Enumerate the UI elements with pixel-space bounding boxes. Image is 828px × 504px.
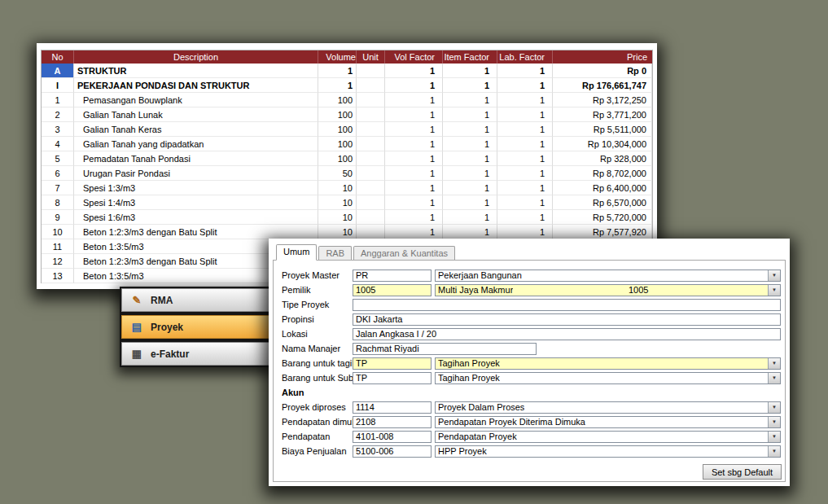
column-header-unit[interactable]: Unit (357, 50, 385, 64)
cell-lab_factor[interactable]: 1 (497, 166, 553, 181)
table-row[interactable]: 9Spesi 1:6/m310111Rp 5,720,000 (42, 210, 652, 225)
biaya-penjualan-code-field[interactable]: 5100-006 (353, 445, 432, 458)
cell-volume[interactable]: 10 (318, 225, 357, 239)
proyek-master-combo[interactable]: Pekerjaan Bangunan▼ (435, 270, 781, 282)
cell-no[interactable]: 3 (42, 122, 74, 137)
cell-vol_factor[interactable]: 1 (385, 151, 443, 166)
cell-item_factor[interactable]: 1 (443, 122, 497, 137)
cell-vol_factor[interactable]: 1 (385, 195, 443, 210)
column-header-vol_factor[interactable]: Vol Factor (385, 50, 443, 64)
cell-lab_factor[interactable]: 1 (497, 225, 553, 239)
cell-item_factor[interactable]: 1 (443, 151, 497, 166)
cell-price[interactable]: Rp 6,570,000 (553, 195, 652, 210)
cell-price[interactable]: Rp 176,661,747 (553, 78, 652, 93)
cell-no[interactable]: A (42, 64, 74, 78)
cell-lab_factor[interactable]: 1 (497, 195, 553, 210)
cell-no[interactable]: 7 (42, 181, 74, 195)
cell-unit[interactable] (357, 64, 385, 78)
cell-no[interactable]: 13 (42, 269, 74, 283)
cell-item_factor[interactable]: 1 (443, 78, 497, 93)
cell-description[interactable]: Urugan Pasir Pondasi (74, 166, 318, 181)
cell-item_factor[interactable]: 1 (443, 107, 497, 122)
cell-no[interactable]: 8 (42, 195, 74, 210)
proyek-diproses-combo[interactable]: Proyek Dalam Proses▼ (435, 401, 781, 414)
cell-price[interactable]: Rp 3,172,250 (553, 93, 652, 107)
cell-unit[interactable] (357, 137, 385, 151)
cell-volume[interactable]: 100 (318, 137, 357, 151)
cell-vol_factor[interactable]: 1 (385, 122, 443, 137)
pemilik-combo[interactable]: Multi Jaya Makmur1005▼ (435, 284, 781, 296)
chevron-down-icon[interactable]: ▼ (768, 270, 780, 281)
cell-item_factor[interactable]: 1 (443, 166, 497, 181)
cell-item_factor[interactable]: 1 (443, 210, 497, 225)
cell-description[interactable]: Beton 1:2:3/m3 dengan Batu Split (74, 225, 318, 239)
cell-description[interactable]: Galian Tanah Lunak (74, 107, 318, 122)
cell-no[interactable]: 1 (42, 93, 74, 107)
chevron-down-icon[interactable]: ▼ (768, 285, 780, 296)
tab-rab[interactable]: RAB (318, 246, 352, 260)
column-header-lab_factor[interactable]: Lab. Factor (497, 50, 553, 64)
cell-volume[interactable]: 10 (318, 195, 357, 210)
chevron-down-icon[interactable]: ▼ (768, 417, 780, 427)
proyek-diproses-code-field[interactable]: 1114 (353, 401, 432, 414)
cell-unit[interactable] (357, 122, 385, 137)
cell-description[interactable]: Spesi 1:4/m3 (74, 195, 318, 210)
column-header-price[interactable]: Price (553, 50, 652, 64)
lokasi-field[interactable]: Jalan Angkasa I / 20 (353, 328, 781, 340)
cell-unit[interactable] (357, 195, 385, 210)
cell-volume[interactable]: 50 (318, 166, 357, 181)
biaya-penjualan-combo[interactable]: HPP Proyek▼ (435, 445, 781, 458)
cell-vol_factor[interactable]: 1 (385, 137, 443, 151)
cell-no[interactable]: 4 (42, 137, 74, 151)
cell-price[interactable]: Rp 5,511,000 (553, 122, 652, 137)
column-header-no[interactable]: No (42, 50, 74, 64)
cell-description[interactable]: Pemasangan Bouwplank (74, 93, 318, 107)
table-row[interactable]: 6Urugan Pasir Pondasi50111Rp 8,702,000 (42, 166, 652, 181)
cell-no[interactable]: 12 (42, 254, 74, 269)
barang-untuk-subkon-code-field[interactable]: TP (353, 372, 432, 384)
tipe-proyek-field[interactable] (353, 299, 781, 311)
sidebar-item-e-faktur[interactable]: ▦e-Faktur (121, 342, 271, 366)
pendapatan-dimuka-code-field[interactable]: 2108 (353, 416, 432, 428)
cell-lab_factor[interactable]: 1 (497, 151, 553, 166)
cell-description[interactable]: Spesi 1:3/m3 (74, 181, 318, 195)
cell-unit[interactable] (357, 166, 385, 181)
table-row[interactable]: 2Galian Tanah Lunak100111Rp 3,771,200 (42, 107, 652, 122)
cell-unit[interactable] (357, 210, 385, 225)
chevron-down-icon[interactable]: ▼ (768, 402, 780, 413)
cell-price[interactable]: Rp 328,000 (553, 151, 652, 166)
cell-lab_factor[interactable]: 1 (497, 64, 553, 78)
cell-unit[interactable] (357, 151, 385, 166)
table-row[interactable]: 10Beton 1:2:3/m3 dengan Batu Split10111R… (42, 225, 652, 239)
cell-lab_factor[interactable]: 1 (497, 78, 553, 93)
cell-no[interactable]: 6 (42, 166, 74, 181)
cell-description[interactable]: Galian Tanah yang dipadatkan (74, 137, 318, 151)
table-row[interactable]: 3Galian Tanah Keras100111Rp 5,511,000 (42, 122, 652, 137)
table-row[interactable]: IPEKERJAAN PONDASI DAN STRUKTUR1111Rp 17… (42, 78, 652, 93)
cell-vol_factor[interactable]: 1 (385, 78, 443, 93)
cell-no[interactable]: 2 (42, 107, 74, 122)
sidebar-item-proyek[interactable]: ▤Proyek (121, 315, 271, 339)
sidebar-item-rma[interactable]: ✎RMA (121, 288, 271, 312)
cell-unit[interactable] (357, 78, 385, 93)
nama-manajer-field[interactable]: Rachmat Riyadi (353, 343, 537, 355)
cell-no[interactable]: I (42, 78, 74, 93)
tab-anggaran-kuantitas[interactable]: Anggaran & Kuantitas (353, 246, 455, 260)
tab-umum[interactable]: Umum (276, 244, 317, 261)
cell-vol_factor[interactable]: 1 (385, 93, 443, 107)
barang-untuk-tagihan-combo[interactable]: Tagihan Proyek▼ (435, 357, 781, 370)
cell-description[interactable]: Pemadatan Tanah Pondasi (74, 151, 318, 166)
cell-no[interactable]: 10 (42, 225, 74, 239)
cell-item_factor[interactable]: 1 (443, 64, 497, 78)
cell-vol_factor[interactable]: 1 (385, 166, 443, 181)
cell-volume[interactable]: 100 (318, 107, 357, 122)
barang-untuk-tagihan-code-field[interactable]: TP (353, 357, 432, 370)
cell-lab_factor[interactable]: 1 (497, 93, 553, 107)
column-header-volume[interactable]: Volume (318, 50, 357, 64)
proyek-master-code-field[interactable]: PR (353, 270, 432, 282)
table-row[interactable]: 4Galian Tanah yang dipadatkan100111Rp 10… (42, 137, 652, 151)
cell-price[interactable]: Rp 0 (553, 64, 652, 78)
cell-description[interactable]: STRUKTUR (74, 64, 318, 78)
pendapatan-code-field[interactable]: 4101-008 (353, 431, 432, 443)
pemilik-code-field[interactable]: 1005 (353, 284, 432, 296)
